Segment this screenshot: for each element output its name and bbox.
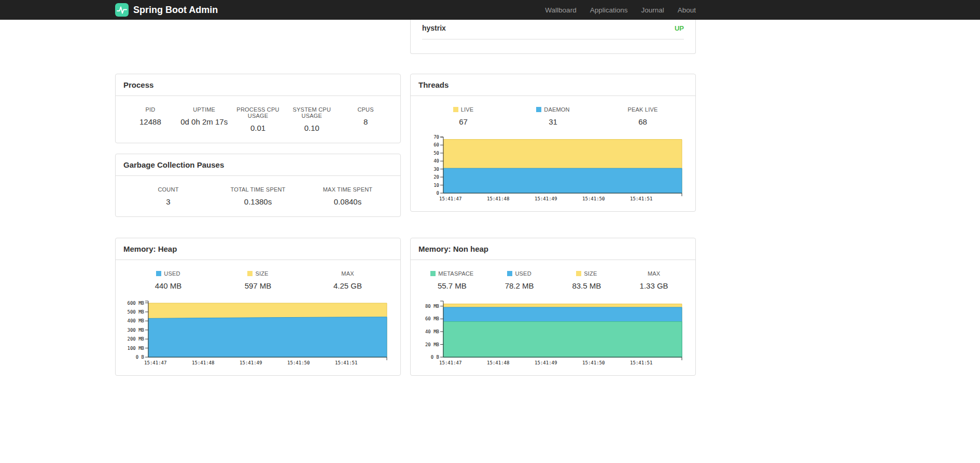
svg-text:15:41:49: 15:41:49 bbox=[535, 196, 557, 201]
brand[interactable]: Spring Boot Admin bbox=[115, 3, 218, 17]
nav-links: WallboardApplicationsJournalAbout bbox=[545, 6, 696, 14]
nonheap-legend-row: METASPACE55.7 MBUSED78.2 MBSIZE83.5 MBMA… bbox=[418, 268, 688, 293]
stat-value: 68 bbox=[598, 117, 688, 126]
stat-label-text: MAX bbox=[648, 270, 660, 277]
stat-value: 440 MB bbox=[123, 281, 213, 290]
stat-label: METASPACE bbox=[418, 270, 486, 277]
svg-text:15:41:50: 15:41:50 bbox=[287, 360, 310, 365]
svg-text:15:41:51: 15:41:51 bbox=[630, 360, 652, 365]
health-row: hystrixUP bbox=[422, 20, 684, 39]
stat-value: 83.5 MB bbox=[553, 281, 621, 290]
memory-nonheap-chart: 0 B20 MB40 MB60 MB80 MB15:41:4715:41:481… bbox=[418, 298, 687, 367]
svg-text:15:41:51: 15:41:51 bbox=[335, 360, 357, 365]
svg-text:20: 20 bbox=[433, 174, 439, 180]
memory-heap-chart: 0 B100 MB200 MB300 MB400 MB500 MB600 MB1… bbox=[123, 298, 392, 367]
status-badge: UP bbox=[675, 24, 684, 32]
stat-label: MAX TIME SPENT bbox=[303, 186, 393, 193]
health-item-name: hystrix bbox=[422, 24, 446, 32]
stat-label-text: SIZE bbox=[255, 270, 268, 277]
nav-item-journal[interactable]: Journal bbox=[641, 6, 664, 14]
svg-text:10: 10 bbox=[433, 183, 439, 188]
svg-text:60 MB: 60 MB bbox=[425, 316, 439, 321]
row-process-threads: Process PID12488UPTIME0d 0h 2m 17sPROCES… bbox=[115, 74, 696, 217]
svg-text:20 MB: 20 MB bbox=[425, 342, 439, 347]
brand-title: Spring Boot Admin bbox=[133, 5, 218, 16]
svg-text:300 MB: 300 MB bbox=[127, 328, 144, 333]
svg-text:15:41:51: 15:41:51 bbox=[630, 196, 652, 201]
memory-nonheap-panel: Memory: Non heap METASPACE55.7 MBUSED78.… bbox=[410, 238, 696, 376]
stat-label: MAX bbox=[620, 270, 688, 277]
svg-text:40 MB: 40 MB bbox=[425, 329, 439, 334]
threads-panel: Threads LIVE67DAEMON31PEAK LIVE68 010203… bbox=[410, 74, 696, 212]
svg-text:80 MB: 80 MB bbox=[425, 304, 439, 309]
stat-label: COUNT bbox=[123, 186, 213, 193]
stat-label: PID bbox=[123, 106, 177, 113]
process-panel: Process PID12488UPTIME0d 0h 2m 17sPROCES… bbox=[115, 74, 401, 143]
stat-label-text: PEAK LIVE bbox=[627, 106, 657, 113]
nav-item-about[interactable]: About bbox=[678, 6, 696, 14]
stat-label: USED bbox=[486, 270, 553, 277]
stat-label: CPUS bbox=[339, 106, 393, 113]
svg-text:15:41:47: 15:41:47 bbox=[439, 196, 461, 201]
stat-metaspace: METASPACE55.7 MB bbox=[418, 268, 486, 293]
stat-label-text: LIVE bbox=[461, 106, 474, 113]
stat-label: PEAK LIVE bbox=[598, 106, 688, 113]
svg-text:600 MB: 600 MB bbox=[127, 301, 144, 306]
legend-swatch-icon bbox=[156, 271, 161, 276]
process-stats-row: PID12488UPTIME0d 0h 2m 17sPROCESS CPU US… bbox=[123, 104, 393, 135]
svg-text:0: 0 bbox=[437, 190, 439, 196]
health-left-spacer bbox=[115, 20, 401, 54]
stat-label-text: UPTIME bbox=[193, 106, 215, 113]
nav-item-applications[interactable]: Applications bbox=[590, 6, 628, 14]
stat-label: SIZE bbox=[213, 270, 303, 277]
stat-label: SYSTEM CPU USAGE bbox=[285, 106, 339, 119]
stat-process-cpu-usage: PROCESS CPU USAGE0.01 bbox=[231, 104, 285, 135]
stat-label-text: DAEMON bbox=[544, 106, 569, 113]
svg-text:15:41:49: 15:41:49 bbox=[240, 360, 262, 365]
stat-value: 0.01 bbox=[231, 124, 285, 132]
memory-nonheap-panel-title: Memory: Non heap bbox=[411, 238, 695, 260]
stat-label: MAX bbox=[303, 270, 393, 277]
stat-label-text: MAX TIME SPENT bbox=[323, 186, 373, 193]
stat-label: PROCESS CPU USAGE bbox=[231, 106, 285, 119]
svg-text:50: 50 bbox=[433, 151, 439, 156]
svg-text:200 MB: 200 MB bbox=[127, 336, 144, 342]
svg-text:15:41:49: 15:41:49 bbox=[535, 360, 557, 365]
threads-legend-row: LIVE67DAEMON31PEAK LIVE68 bbox=[418, 104, 688, 129]
stat-label: SIZE bbox=[553, 270, 621, 277]
stat-value: 3 bbox=[123, 197, 213, 206]
gc-panel: Garbage Collection Pauses COUNT3TOTAL TI… bbox=[115, 154, 401, 217]
stat-label-text: METASPACE bbox=[438, 270, 473, 277]
legend-swatch-icon bbox=[247, 271, 253, 276]
stat-value: 12488 bbox=[123, 117, 177, 126]
navbar: Spring Boot Admin WallboardApplicationsJ… bbox=[0, 0, 980, 20]
health-panel: hystrixUP bbox=[410, 20, 696, 54]
stat-label-text: SYSTEM CPU USAGE bbox=[285, 106, 339, 119]
stat-total-time-spent: TOTAL TIME SPENT0.1380s bbox=[213, 184, 303, 209]
svg-text:40: 40 bbox=[433, 158, 439, 164]
svg-text:15:41:48: 15:41:48 bbox=[192, 360, 214, 365]
stat-live: LIVE67 bbox=[418, 104, 508, 129]
stat-label: USED bbox=[123, 270, 213, 277]
nav-item-wallboard[interactable]: Wallboard bbox=[545, 6, 576, 14]
stat-value: 0d 0h 2m 17s bbox=[177, 117, 231, 126]
stat-label-text: SIZE bbox=[584, 270, 597, 277]
stat-max: MAX4.25 GB bbox=[303, 268, 393, 293]
svg-text:70: 70 bbox=[433, 134, 439, 140]
stat-used: USED78.2 MB bbox=[486, 268, 553, 293]
stat-label: TOTAL TIME SPENT bbox=[213, 186, 303, 193]
svg-text:0 B: 0 B bbox=[431, 355, 439, 360]
stat-value: 4.25 GB bbox=[303, 281, 393, 290]
legend-swatch-icon bbox=[430, 271, 436, 276]
legend-swatch-icon bbox=[507, 271, 512, 276]
stat-value: 67 bbox=[418, 117, 508, 126]
gc-stats-row: COUNT3TOTAL TIME SPENT0.1380sMAX TIME SP… bbox=[123, 184, 393, 209]
stat-pid: PID12488 bbox=[123, 104, 177, 135]
threads-chart: 01020304050607015:41:4715:41:4815:41:491… bbox=[418, 134, 687, 203]
svg-text:100 MB: 100 MB bbox=[127, 346, 144, 351]
gc-panel-title: Garbage Collection Pauses bbox=[116, 154, 400, 176]
stat-value: 55.7 MB bbox=[418, 281, 486, 290]
health-panel-tail bbox=[411, 39, 695, 53]
memory-heap-panel: Memory: Heap USED440 MBSIZE597 MBMAX4.25… bbox=[115, 238, 401, 376]
stat-label-text: USED bbox=[515, 270, 531, 277]
